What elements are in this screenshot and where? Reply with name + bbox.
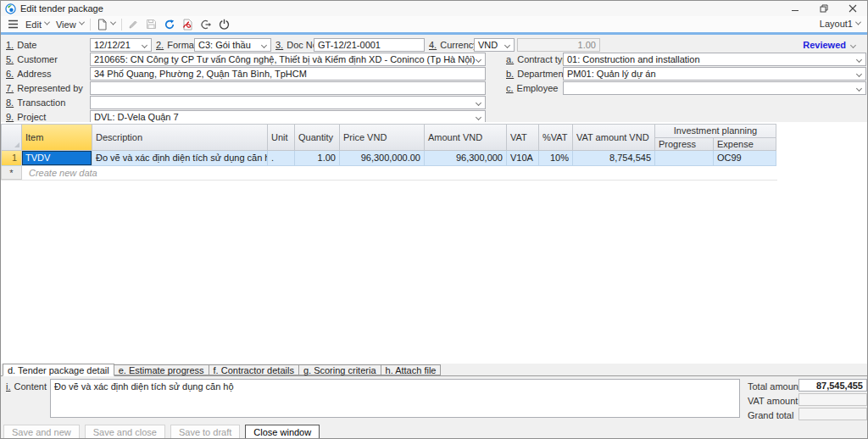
chevron-down-icon: [142, 42, 147, 48]
customer-label: 5.Customer: [6, 54, 58, 66]
toolbar: Edit View Layout1: [1, 16, 867, 35]
row-selector[interactable]: 1: [1, 151, 22, 166]
view-menu-label: View: [56, 19, 76, 30]
transaction-input[interactable]: [90, 96, 486, 109]
tab-attach-file[interactable]: h. Attach file: [381, 364, 442, 375]
save-and-new-button[interactable]: Save and new: [3, 425, 80, 439]
restore-button[interactable]: [810, 1, 838, 16]
grid-header: Item Description Unit Quantity Price VND…: [1, 124, 776, 151]
chevron-down-icon: [261, 42, 267, 48]
currency-select[interactable]: VND: [474, 38, 515, 52]
minimize-button[interactable]: [781, 1, 810, 16]
content-label: i.Content: [6, 381, 47, 393]
contract-type-input[interactable]: 01: Construction and installation: [563, 53, 866, 66]
grand-total-value: [798, 408, 867, 420]
view-menu[interactable]: View: [53, 17, 87, 32]
cell-description[interactable]: Đo vẽ và xác định diện tích sử dụng căn …: [92, 151, 268, 166]
chevron-down-icon: [476, 114, 481, 120]
cell-vat-pct[interactable]: 10%: [539, 151, 573, 166]
cell-item[interactable]: TVDV: [22, 151, 92, 166]
column-header-unit[interactable]: Unit: [268, 124, 295, 151]
edit-menu-label: Edit: [25, 19, 42, 30]
chevron-down-icon: [855, 19, 861, 25]
column-header-vat[interactable]: VAT: [507, 124, 539, 151]
employee-label: c.Employee: [506, 83, 558, 95]
customer-input[interactable]: 210665: CN Công ty CP Tư vấn Công nghệ, …: [90, 53, 486, 66]
window-title: Edit tender package: [20, 3, 103, 14]
department-label: b.Department: [506, 69, 566, 81]
doc-no-input[interactable]: GT-12/21-0001: [314, 38, 425, 52]
chevron-down-icon: [110, 19, 116, 25]
content-textarea[interactable]: Đo vẽ và xác định diện tích sử dụng căn …: [50, 379, 740, 418]
column-group-investment-planning: Investment planning Progress Expense: [655, 124, 776, 151]
column-header-price[interactable]: Price VND: [340, 124, 425, 151]
column-header-description[interactable]: Description: [92, 124, 268, 151]
represented-by-input[interactable]: [90, 81, 486, 95]
cell-price[interactable]: 96,300,000.00: [340, 151, 425, 166]
address-label: 6.Address: [6, 69, 52, 81]
cell-expense[interactable]: OC99: [714, 151, 776, 166]
new-row-placeholder[interactable]: Create new data: [22, 166, 777, 180]
edit-menu[interactable]: Edit: [22, 17, 53, 32]
total-amount-label: Total amount: [748, 381, 801, 392]
chevron-down-icon: [856, 57, 862, 63]
power-icon[interactable]: [215, 17, 233, 32]
app-logo-icon: [5, 3, 16, 14]
total-amount-value: 87,545,455: [798, 379, 867, 392]
chevron-down-icon: [476, 57, 481, 63]
cell-vat-amount[interactable]: 8,754,545: [573, 151, 655, 166]
employee-input[interactable]: [563, 81, 866, 95]
format-label: 2.Format: [156, 40, 197, 52]
close-button[interactable]: [838, 1, 867, 16]
column-header-vat-pct[interactable]: %VAT: [539, 124, 573, 151]
chevron-down-icon: [850, 42, 856, 48]
group-header-label[interactable]: Investment planning: [655, 125, 776, 138]
close-window-button[interactable]: Close window: [245, 425, 320, 439]
chevron-down-icon: [856, 86, 862, 92]
save-and-close-button[interactable]: Save and close: [85, 425, 165, 439]
layout-selector[interactable]: Layout1: [820, 16, 860, 31]
pdf-icon[interactable]: [179, 17, 197, 32]
cell-unit[interactable]: .: [268, 151, 295, 166]
cell-progress[interactable]: [655, 151, 714, 166]
date-label: 1.Date: [6, 40, 36, 52]
column-header-progress[interactable]: Progress: [655, 138, 714, 151]
refresh-icon[interactable]: [160, 17, 179, 32]
currency-label: 4.Currency: [429, 40, 478, 52]
new-document-button[interactable]: [93, 17, 119, 32]
table-row[interactable]: 1 TVDV Đo vẽ và xác định diện tích sử dụ…: [1, 151, 776, 166]
edit-tender-package-window: Edit tender package Edit View: [0, 0, 868, 439]
column-header-item[interactable]: Item: [22, 124, 92, 151]
save-icon[interactable]: [142, 17, 160, 32]
exchange-rate-field: 1.00: [517, 38, 600, 52]
chevron-down-icon: [504, 42, 510, 48]
tab-tender-package-detail[interactable]: d. Tender package detail: [3, 364, 114, 376]
grand-total-label: Grand total: [748, 410, 793, 420]
column-header-vat-amount[interactable]: VAT amount VND: [573, 124, 655, 151]
tab-estimate-progress[interactable]: e. Estimate progress: [114, 364, 209, 375]
tab-contractor-details[interactable]: f. Contractor details: [209, 364, 299, 375]
edit-pencil-icon[interactable]: [125, 17, 142, 32]
address-input[interactable]: 34 Phố Quang, Phường 2, Quận Tân Bình, T…: [90, 67, 486, 81]
status-badge[interactable]: Reviewed: [799, 40, 855, 50]
grid-new-row[interactable]: * Create new data: [1, 166, 777, 181]
sign-out-icon[interactable]: [197, 17, 215, 32]
cell-vat[interactable]: V10A: [507, 151, 539, 166]
save-to-draft-button[interactable]: Save to draft: [170, 425, 240, 439]
grid-corner-selector[interactable]: [1, 124, 22, 151]
cell-quantity[interactable]: 1.00: [295, 151, 340, 166]
department-input[interactable]: PM01: Quản lý dự án: [563, 67, 866, 81]
format-input[interactable]: C3: Gói thầu: [194, 38, 271, 52]
footer-panel: i.Content Đo vẽ và xác định diện tích sử…: [1, 376, 868, 423]
column-header-quantity[interactable]: Quantity: [295, 124, 340, 151]
date-input[interactable]: 12/12/21: [90, 38, 152, 52]
column-header-amount[interactable]: Amount VND: [425, 124, 507, 151]
tender-detail-grid: Item Description Unit Quantity Price VND…: [1, 122, 867, 364]
layout-selector-label: Layout1: [820, 19, 853, 29]
new-row-marker: *: [1, 166, 22, 180]
tab-scoring-criteria[interactable]: g. Scoring criteria: [298, 364, 381, 375]
menu-icon[interactable]: [4, 17, 22, 32]
column-header-expense[interactable]: Expense: [714, 138, 776, 151]
cell-amount[interactable]: 96,300,000: [425, 151, 507, 166]
chevron-down-icon: [856, 71, 862, 77]
